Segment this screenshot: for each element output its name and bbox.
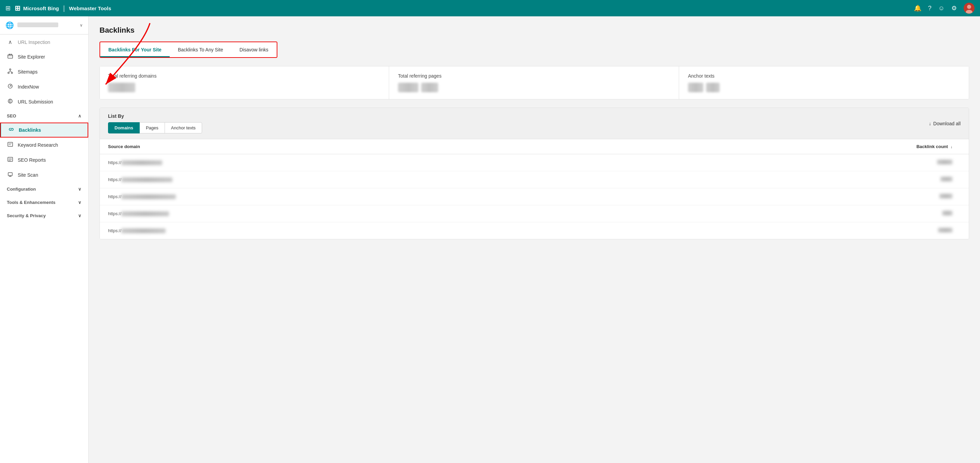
table-row: https:// bbox=[100, 154, 969, 171]
backlink-count-cell bbox=[605, 205, 969, 222]
stats-row: Total referring domains Total referring … bbox=[100, 66, 969, 100]
table-row: https:// bbox=[100, 171, 969, 188]
source-domain-cell: https:// bbox=[100, 222, 605, 239]
page-title: Backlinks bbox=[100, 26, 969, 35]
bell-icon[interactable]: 🔔 bbox=[914, 5, 921, 12]
sidebar-item-label: Backlinks bbox=[19, 127, 41, 133]
sidebar-item-url-submission[interactable]: URL Submission bbox=[0, 94, 88, 109]
table-header-row: Source domain Backlink count ↓ bbox=[100, 139, 969, 154]
col-backlink-count-label: Backlink count bbox=[916, 144, 948, 149]
globe-icon: 🌐 bbox=[5, 21, 14, 29]
svg-point-10 bbox=[8, 99, 12, 103]
url-submission-icon bbox=[7, 98, 14, 105]
list-tab-anchor-texts[interactable]: Anchor texts bbox=[165, 122, 202, 133]
list-tab-pages[interactable]: Pages bbox=[139, 122, 165, 133]
configuration-section-header[interactable]: Configuration ∨ bbox=[0, 182, 88, 196]
indexnow-icon bbox=[7, 83, 14, 90]
stat-label: Total referring domains bbox=[108, 73, 380, 79]
list-by-tabs: Domains Pages Anchor texts bbox=[108, 122, 202, 133]
site-selector[interactable]: 🌐 ∨ bbox=[0, 16, 88, 34]
sidebar-item-label: Sitemaps bbox=[18, 69, 38, 75]
sidebar-item-backlinks[interactable]: Backlinks bbox=[0, 122, 88, 138]
download-all-button[interactable]: ↓ Download all bbox=[929, 121, 961, 126]
tab-backlinks-for-your-site[interactable]: Backlinks For Your Site bbox=[100, 42, 170, 57]
seo-reports-icon bbox=[7, 157, 14, 163]
smiley-icon[interactable]: ☺ bbox=[939, 5, 945, 12]
configuration-chevron: ∨ bbox=[78, 187, 81, 192]
backlinks-icon bbox=[8, 127, 15, 133]
source-domain-cell: https:// bbox=[100, 154, 605, 171]
svg-rect-4 bbox=[9, 54, 10, 55]
sidebar-item-site-explorer[interactable]: Site Explorer bbox=[0, 49, 88, 64]
source-domain-cell: https:// bbox=[100, 188, 605, 205]
sidebar-item-site-scan[interactable]: Site Scan bbox=[0, 168, 88, 182]
count-value bbox=[937, 160, 952, 165]
count-value bbox=[940, 177, 952, 181]
settings-icon[interactable]: ⚙ bbox=[951, 5, 957, 12]
sidebar-item-label: Site Scan bbox=[18, 172, 38, 178]
seo-section-label: SEO bbox=[7, 113, 16, 119]
keyword-research-icon bbox=[7, 142, 14, 148]
stat-value bbox=[398, 83, 671, 92]
sidebar-item-keyword-research[interactable]: Keyword Research bbox=[0, 138, 88, 152]
url-inspection-icon: ∧ bbox=[7, 39, 14, 45]
site-scan-icon bbox=[7, 171, 14, 178]
site-url bbox=[18, 22, 76, 28]
url-value: https:// bbox=[108, 177, 172, 182]
sitemaps-icon bbox=[7, 68, 14, 75]
main-layout: 🌐 ∨ ∧ URL Inspection Site Explorer bbox=[0, 16, 980, 463]
user-avatar[interactable] bbox=[964, 3, 975, 14]
stat-label: Anchor texts bbox=[688, 73, 961, 79]
sidebar-item-label: URL Submission bbox=[18, 99, 53, 105]
stat-total-referring-domains: Total referring domains bbox=[100, 67, 389, 99]
backlink-count-cell bbox=[605, 154, 969, 171]
sidebar-item-label: URL Inspection bbox=[18, 40, 50, 45]
url-value: https:// bbox=[108, 228, 165, 233]
grid-icon[interactable]: ⊞ bbox=[5, 5, 11, 12]
backlink-count-cell bbox=[605, 171, 969, 188]
tab-disavow-links[interactable]: Disavow links bbox=[231, 42, 277, 57]
download-all-label: Download all bbox=[933, 121, 961, 126]
backlinks-tabs-container: Backlinks For Your Site Backlinks To Any… bbox=[100, 41, 277, 58]
sort-icon: ↓ bbox=[951, 145, 953, 149]
source-domain-cell: https:// bbox=[100, 171, 605, 188]
backlink-count-cell bbox=[605, 188, 969, 205]
tools-enhancements-section-header[interactable]: Tools & Enhancements ∨ bbox=[0, 196, 88, 209]
svg-point-8 bbox=[11, 72, 13, 73]
security-privacy-label: Security & Privacy bbox=[7, 213, 46, 218]
brand-logo: ⊞ Microsoft Bing | Webmaster Tools bbox=[15, 4, 111, 12]
list-tab-domains[interactable]: Domains bbox=[108, 122, 140, 133]
sidebar-item-seo-reports[interactable]: SEO Reports bbox=[0, 152, 88, 168]
configuration-label: Configuration bbox=[7, 187, 36, 192]
svg-point-7 bbox=[8, 72, 9, 73]
tab-backlinks-to-any-site[interactable]: Backlinks To Any Site bbox=[170, 42, 231, 57]
seo-section-header[interactable]: SEO ∧ bbox=[0, 109, 88, 122]
svg-rect-5 bbox=[11, 54, 11, 55]
security-privacy-section-header[interactable]: Security & Privacy ∨ bbox=[0, 209, 88, 222]
col-source-domain: Source domain bbox=[100, 139, 605, 154]
sidebar-item-indexnow[interactable]: IndexNow bbox=[0, 79, 88, 94]
sidebar: 🌐 ∨ ∧ URL Inspection Site Explorer bbox=[0, 16, 89, 463]
stat-value-blurred bbox=[108, 83, 135, 92]
count-value bbox=[939, 194, 952, 198]
site-selector-chevron: ∨ bbox=[80, 23, 83, 28]
stat-value bbox=[688, 83, 961, 92]
sidebar-item-label: Site Explorer bbox=[18, 54, 45, 60]
tools-enhancements-label: Tools & Enhancements bbox=[7, 200, 56, 205]
help-icon[interactable]: ? bbox=[928, 5, 932, 12]
top-navigation: ⊞ ⊞ Microsoft Bing | Webmaster Tools 🔔 ?… bbox=[0, 0, 980, 16]
count-value bbox=[942, 211, 952, 216]
sidebar-item-url-inspection[interactable]: ∧ URL Inspection bbox=[0, 34, 88, 49]
stat-label: Total referring pages bbox=[398, 73, 671, 79]
topnav-right-actions: 🔔 ? ☺ ⚙ bbox=[914, 3, 975, 14]
svg-point-11 bbox=[10, 99, 11, 103]
brand-name: Microsoft Bing bbox=[23, 5, 59, 11]
download-icon: ↓ bbox=[929, 121, 931, 126]
sidebar-item-sitemaps[interactable]: Sitemaps bbox=[0, 64, 88, 79]
list-by-section: List By Domains Pages Anchor texts ↓ Dow… bbox=[100, 108, 969, 239]
source-domain-cell: https:// bbox=[100, 205, 605, 222]
windows-icon: ⊞ bbox=[15, 4, 21, 12]
stat-value-blurred-2 bbox=[421, 83, 438, 92]
col-backlink-count[interactable]: Backlink count ↓ bbox=[605, 139, 969, 154]
stat-value bbox=[108, 83, 380, 92]
